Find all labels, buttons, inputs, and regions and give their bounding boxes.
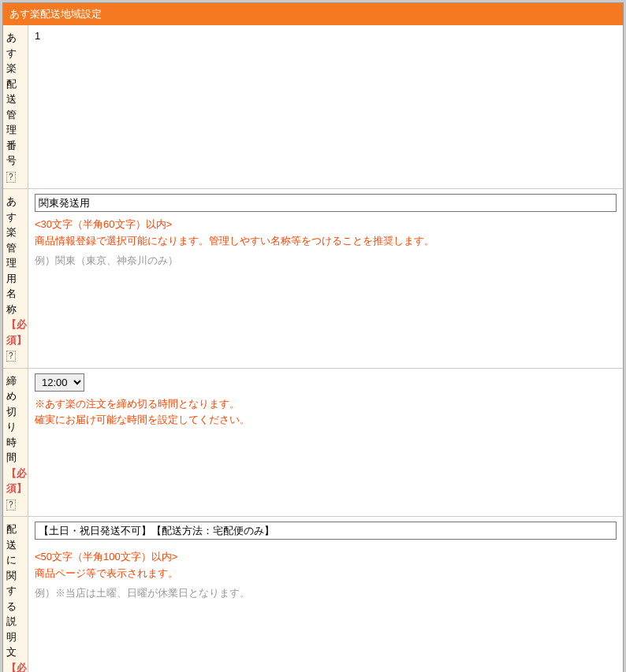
label-management-number: あす楽配送管理番号 ? <box>3 25 28 188</box>
description-input[interactable] <box>35 522 617 540</box>
deadline-select[interactable]: 12:00 <box>35 373 84 392</box>
label-description: 配送に関する説明文 【必須】 ? <box>3 517 28 672</box>
value-deadline: 12:00 ※あす楽の注文を締め切る時間となります。 確実にお届け可能な時間を設… <box>28 369 623 517</box>
help-icon[interactable]: ? <box>6 499 16 510</box>
panel-title: あす楽配送地域設定 <box>9 8 102 20</box>
help-icon[interactable]: ? <box>6 172 16 183</box>
row-management-number: あす楽配送管理番号 ? 1 <box>3 25 623 189</box>
label-deadline: 締め切り時間 【必須】 ? <box>3 369 28 517</box>
name-input[interactable] <box>35 194 617 212</box>
label-name: あす楽管理用名称 【必須】 ? <box>3 189 28 368</box>
value-name: <30文字（半角60文字）以内> 商品情報登録で選択可能になります。管理しやすい… <box>28 189 623 368</box>
value-management-number: 1 <box>28 25 623 188</box>
row-deadline: 締め切り時間 【必須】 ? 12:00 ※あす楽の注文を締め切る時間となります。… <box>3 369 623 518</box>
panel-header: あす楽配送地域設定 <box>3 3 623 25</box>
row-description: 配送に関する説明文 【必須】 ? <50文字（半角100文字）以内> 商品ページ… <box>3 517 623 672</box>
settings-panel: あす楽配送地域設定 あす楽配送管理番号 ? 1 あす楽管理用名称 【必須】 ? … <box>2 2 624 672</box>
help-icon[interactable]: ? <box>6 351 16 362</box>
row-name: あす楽管理用名称 【必須】 ? <30文字（半角60文字）以内> 商品情報登録で… <box>3 189 623 369</box>
value-description: <50文字（半角100文字）以内> 商品ページ等で表示されます。 例）※当店は土… <box>28 517 623 672</box>
